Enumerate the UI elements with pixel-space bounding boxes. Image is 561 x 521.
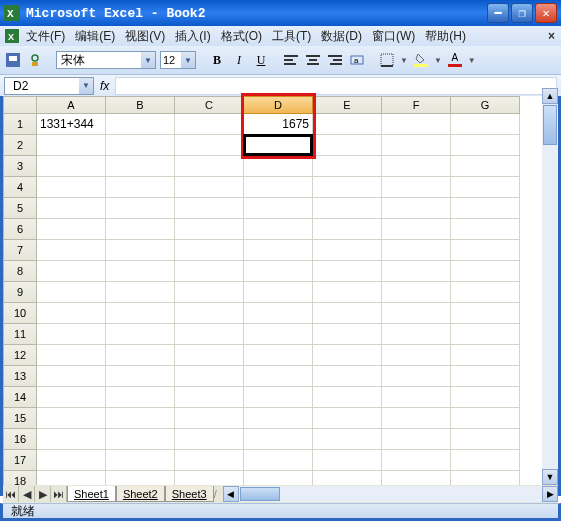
next-sheet-button[interactable]: ▶ — [35, 486, 51, 502]
cell[interactable] — [382, 429, 451, 450]
cell[interactable] — [106, 303, 175, 324]
italic-button[interactable]: I — [230, 51, 248, 69]
cell[interactable] — [382, 408, 451, 429]
cell[interactable] — [382, 324, 451, 345]
cell[interactable] — [244, 366, 313, 387]
cell[interactable] — [451, 324, 520, 345]
row-header[interactable]: 8 — [3, 261, 37, 282]
save-button[interactable] — [4, 51, 22, 69]
cell[interactable] — [382, 261, 451, 282]
cell[interactable] — [313, 177, 382, 198]
last-sheet-button[interactable]: ⏭ — [51, 486, 67, 502]
cell[interactable] — [382, 303, 451, 324]
scroll-left-button[interactable]: ◀ — [223, 486, 239, 502]
column-header[interactable]: C — [175, 96, 244, 114]
cell[interactable] — [106, 429, 175, 450]
cell[interactable] — [175, 282, 244, 303]
chevron-down-icon[interactable]: ▼ — [434, 56, 442, 65]
cell[interactable] — [313, 261, 382, 282]
cell[interactable] — [451, 450, 520, 471]
cell[interactable] — [106, 387, 175, 408]
maximize-button[interactable]: ❐ — [511, 3, 533, 23]
cell[interactable] — [175, 366, 244, 387]
cell[interactable]: 1675 — [244, 114, 313, 135]
cell[interactable] — [37, 324, 106, 345]
cell[interactable] — [106, 156, 175, 177]
cell[interactable] — [37, 282, 106, 303]
cell[interactable] — [451, 303, 520, 324]
underline-button[interactable]: U — [252, 51, 270, 69]
row-header[interactable]: 9 — [3, 282, 37, 303]
sheet-tab[interactable]: Sheet3 — [165, 486, 214, 502]
cell[interactable] — [244, 429, 313, 450]
cell[interactable] — [106, 198, 175, 219]
cell[interactable] — [37, 198, 106, 219]
workbook-icon[interactable]: X — [4, 28, 20, 44]
cell[interactable] — [382, 450, 451, 471]
sheet-tab[interactable]: Sheet2 — [116, 486, 165, 502]
cell[interactable] — [313, 324, 382, 345]
cell[interactable] — [106, 324, 175, 345]
cell[interactable] — [244, 282, 313, 303]
cell[interactable] — [313, 387, 382, 408]
cell[interactable] — [106, 282, 175, 303]
cell[interactable] — [244, 324, 313, 345]
cell[interactable] — [313, 219, 382, 240]
cell[interactable] — [37, 177, 106, 198]
row-header[interactable]: 10 — [3, 303, 37, 324]
cell[interactable] — [313, 303, 382, 324]
cell[interactable] — [106, 345, 175, 366]
menu-file[interactable]: 文件(F) — [26, 28, 65, 45]
prev-sheet-button[interactable]: ◀ — [19, 486, 35, 502]
cell[interactable] — [175, 240, 244, 261]
cell[interactable] — [244, 198, 313, 219]
row-header[interactable]: 15 — [3, 408, 37, 429]
cell[interactable] — [451, 408, 520, 429]
cell[interactable] — [175, 114, 244, 135]
menu-help[interactable]: 帮助(H) — [425, 28, 466, 45]
cell[interactable] — [106, 240, 175, 261]
cell[interactable] — [451, 261, 520, 282]
row-header[interactable]: 1 — [3, 114, 37, 135]
cell[interactable] — [175, 135, 244, 156]
row-header[interactable]: 12 — [3, 345, 37, 366]
cell[interactable] — [106, 177, 175, 198]
cell[interactable] — [175, 345, 244, 366]
cell[interactable] — [37, 429, 106, 450]
cell[interactable] — [313, 450, 382, 471]
cell[interactable] — [175, 408, 244, 429]
scroll-up-button[interactable]: ▲ — [542, 88, 558, 104]
cell[interactable] — [382, 135, 451, 156]
column-header[interactable]: A — [37, 96, 106, 114]
merge-center-button[interactable]: a — [348, 51, 366, 69]
scroll-thumb[interactable] — [240, 487, 280, 501]
scroll-down-button[interactable]: ▼ — [542, 469, 558, 485]
cell[interactable] — [37, 156, 106, 177]
cell[interactable] — [37, 135, 106, 156]
row-header[interactable]: 5 — [3, 198, 37, 219]
cell[interactable] — [244, 345, 313, 366]
cell[interactable] — [382, 345, 451, 366]
cell[interactable] — [37, 450, 106, 471]
formula-input[interactable] — [115, 77, 557, 95]
cell[interactable] — [382, 156, 451, 177]
menu-view[interactable]: 视图(V) — [125, 28, 165, 45]
align-left-button[interactable] — [282, 51, 300, 69]
cell[interactable] — [451, 156, 520, 177]
row-header[interactable]: 17 — [3, 450, 37, 471]
row-header[interactable]: 6 — [3, 219, 37, 240]
fx-button[interactable]: fx — [100, 79, 109, 93]
menu-edit[interactable]: 编辑(E) — [75, 28, 115, 45]
menu-window[interactable]: 窗口(W) — [372, 28, 415, 45]
column-header[interactable]: B — [106, 96, 175, 114]
cell[interactable] — [175, 177, 244, 198]
cell[interactable] — [313, 408, 382, 429]
menu-data[interactable]: 数据(D) — [321, 28, 362, 45]
cell[interactable] — [313, 114, 382, 135]
column-header[interactable]: F — [382, 96, 451, 114]
minimize-button[interactable]: ━ — [487, 3, 509, 23]
permission-icon[interactable] — [26, 51, 44, 69]
menu-tools[interactable]: 工具(T) — [272, 28, 311, 45]
horizontal-scrollbar[interactable]: ◀ ▶ — [223, 486, 558, 502]
cell[interactable] — [451, 345, 520, 366]
